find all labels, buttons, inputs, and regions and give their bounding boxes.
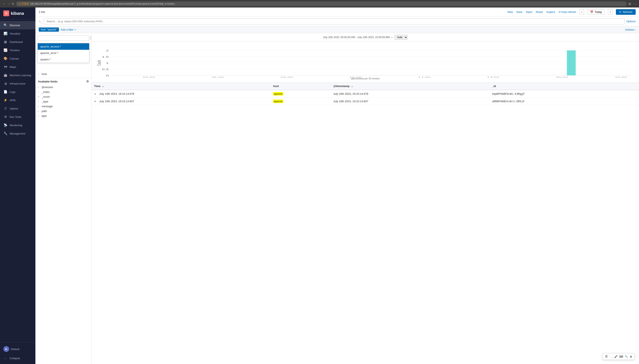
search-bar: >_ Options	[36, 17, 639, 26]
svg-text:14:00: 14:00	[418, 77, 430, 78]
sidebar-item-dashboard[interactable]: ▦ Dashboard	[0, 38, 36, 46]
field-item-index[interactable]: t _index	[38, 90, 89, 94]
svg-text:08:00: 08:00	[280, 77, 293, 78]
sidebar-nav: 🔍 Discover 📊 Visualize ▦ Dashboard 📈 Tim…	[0, 19, 36, 342]
ime-comma[interactable]: ,	[612, 355, 612, 358]
reload-icon[interactable]: ↻	[12, 2, 14, 6]
index-pattern-item-apache-error[interactable]: apache_error-*	[38, 50, 89, 56]
timelion-icon: 📈	[3, 48, 8, 52]
visualize-icon: 📊	[3, 32, 8, 36]
apm-icon: ⚡	[3, 98, 8, 102]
table-row: ► July 10th 2023, 19:15:14.678 apache Ju…	[92, 90, 639, 98]
sidebar-item-label: Dev Tools	[10, 115, 22, 118]
field-name: _type	[42, 100, 48, 103]
sidebar-item-visualize[interactable]: 📊 Visualize	[0, 29, 36, 38]
search-input[interactable]	[44, 18, 625, 24]
index-pattern-dropdown-wrap: apache_access-* apache_error-* system-* …	[36, 33, 92, 43]
auto-refresh-button[interactable]: ↺ Auto-refresh	[558, 10, 576, 14]
sort-icon: ▲	[351, 85, 353, 88]
today-button[interactable]: 📅 Today	[587, 9, 605, 14]
topbar-left: 2 hits	[39, 10, 45, 14]
interval-select[interactable]: Auto	[394, 35, 408, 40]
discover-icon: 🔍	[3, 23, 8, 27]
field-type-t: t	[38, 100, 40, 103]
options-button[interactable]: Options	[626, 20, 636, 23]
svg-text:23:00: 23:00	[615, 77, 627, 78]
share-button[interactable]: Share	[536, 10, 543, 14]
filter-bar: host: "apache" Add a filter + Actions ›	[36, 26, 639, 33]
sidebar-item-uptime[interactable]: ⏱ Uptime	[0, 104, 36, 113]
prev-period-button[interactable]: ‹	[580, 9, 584, 14]
index-pattern-item-apache-access[interactable]: apache_access-*	[38, 43, 89, 50]
calendar-icon: 📅	[590, 10, 594, 14]
ime-grid-icon[interactable]: ⊞	[630, 355, 632, 358]
svg-text:1: 1	[106, 62, 109, 64]
sidebar-item-discover[interactable]: 🔍 Discover	[0, 21, 36, 29]
field-name[interactable]: host	[42, 72, 89, 76]
field-item-type[interactable]: t type	[38, 114, 89, 118]
col-timestamp[interactable]: @timestamp ▲	[331, 82, 490, 90]
sidebar-item-timelion[interactable]: 📈 Timelion	[0, 46, 36, 54]
index-pattern-item-system[interactable]: system-*	[38, 56, 89, 63]
collapse-icon: ←	[3, 356, 8, 360]
sidebar-item-label: Infrastructure	[10, 82, 26, 85]
field-item-message[interactable]: t message	[38, 104, 89, 109]
field-item-type-field[interactable]: t _type	[38, 99, 89, 104]
field-type-t: t	[38, 105, 40, 108]
refresh-button[interactable]: ↻ Refresh	[616, 9, 636, 15]
add-filter-button[interactable]: Add a filter +	[60, 28, 76, 31]
sidebar-item-logs[interactable]: 📄 Logs	[0, 88, 36, 96]
sidebar-item-management[interactable]: 🔧 Management	[0, 129, 36, 138]
sidebar-item-label: Dashboard	[10, 40, 23, 44]
field-name: message	[42, 105, 53, 108]
logs-icon: 📄	[3, 90, 8, 94]
ime-settings-icon[interactable]: 🔧	[625, 355, 628, 358]
index-pattern-input[interactable]	[38, 35, 89, 41]
collapse-panel-button[interactable]: ‹	[90, 36, 92, 40]
security-warning: ⚠ 不安全	[18, 2, 29, 6]
url-bar[interactable]: ⚠ 不安全 192.168.247.80:5601/app/kibana#/di…	[16, 2, 627, 6]
col-time[interactable]: Time ▲	[92, 82, 270, 90]
actions-button[interactable]: Actions ›	[625, 28, 636, 31]
sidebar-item-monitoring[interactable]: 📡 Monitoring	[0, 121, 36, 129]
sidebar-item-label: Uptime	[10, 107, 18, 110]
field-item-version[interactable]: t @version	[38, 85, 89, 90]
svg-text:0.5: 0.5	[102, 68, 109, 70]
cell-timestamp: July 10th 2023, 19:15:14.678	[331, 90, 490, 98]
field-item-path[interactable]: t path	[38, 109, 89, 114]
menu-icon[interactable]: ⋯	[633, 2, 636, 6]
browser-nav[interactable]: ← → ↻	[2, 2, 14, 6]
sidebar-item-collapse[interactable]: ← Collapse	[0, 354, 36, 362]
uptime-icon: ⏱	[3, 106, 8, 110]
sidebar-item-label: Discover	[10, 24, 20, 27]
ime-lang[interactable]: 英	[605, 355, 608, 358]
sidebar-item-label: Maps	[10, 66, 16, 68]
back-icon[interactable]: ←	[2, 2, 6, 6]
col-id[interactable]: _id	[490, 82, 639, 90]
cell-host: apache	[270, 98, 331, 105]
sidebar-item-infrastructure[interactable]: 🖥 Infrastructure	[0, 79, 36, 88]
sidebar-item-maps[interactable]: 🗺 Maps	[0, 63, 36, 71]
gear-icon[interactable]: ⚙	[86, 80, 89, 83]
field-item-score[interactable]: # _score	[38, 94, 89, 99]
next-period-button[interactable]: ›	[608, 9, 612, 14]
index-pattern-list: apache_access-* apache_error-* system-*	[38, 43, 89, 63]
ime-keyboard-icon[interactable]: ⌨	[619, 355, 623, 358]
save-button[interactable]: Save	[516, 10, 522, 14]
cell-timestamp: July 10th 2023, 19:15:14.607	[331, 98, 490, 105]
forward-icon[interactable]: →	[7, 2, 10, 6]
host-highlight: apache	[273, 92, 283, 96]
extensions-icon[interactable]: ⊞	[628, 2, 631, 6]
expand-row-button[interactable]: ►	[94, 100, 97, 103]
col-host[interactable]: host	[270, 82, 331, 90]
ime-mic-icon[interactable]: 🎤	[614, 355, 618, 358]
expand-row-button[interactable]: ►	[94, 92, 97, 95]
sidebar-item-devtools[interactable]: ⚙ Dev Tools	[0, 113, 36, 121]
sidebar-item-machine-learning[interactable]: 🤖 Machine Learning	[0, 71, 36, 79]
host-filter-tag[interactable]: host: "apache"	[39, 28, 59, 32]
sidebar-item-canvas[interactable]: 🎨 Canvas	[0, 54, 36, 63]
sidebar-item-apm[interactable]: ⚡ APM	[0, 96, 36, 104]
open-button[interactable]: Open	[526, 10, 532, 14]
inspect-button[interactable]: Inspect	[546, 10, 555, 14]
new-button[interactable]: New	[508, 10, 513, 14]
